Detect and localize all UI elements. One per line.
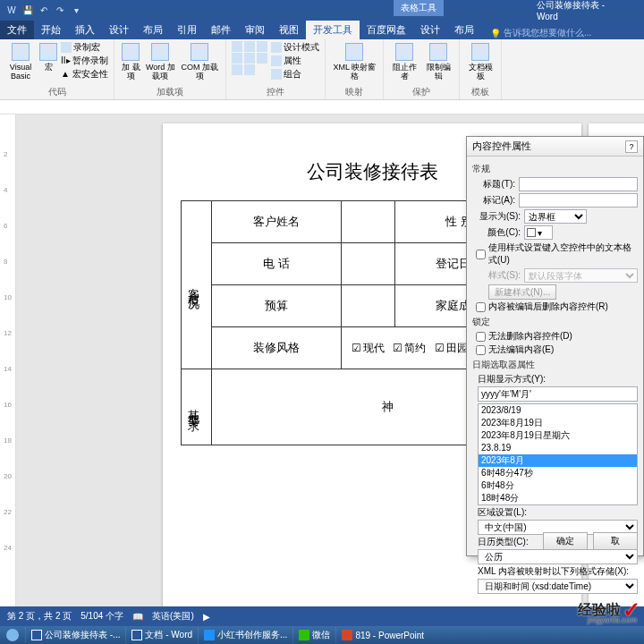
language[interactable]: 英语(美国) [152,610,194,623]
tab-review[interactable]: 审阅 [238,21,272,39]
word-addins-button[interactable]: Word 加载项 [145,41,175,80]
date-opt-6[interactable]: 6时48分 [479,479,637,492]
date-opt-7[interactable]: 18时48分 [479,492,637,504]
taskbar-powerpoint[interactable]: 819 - PowerPoint [335,627,429,643]
doc-template-button[interactable]: 文档模板 [465,41,496,80]
macro-security-button[interactable]: ▲ 宏安全性 [61,68,108,80]
date-opt-4[interactable]: 2023年8月 [479,454,637,467]
checkbox-rural[interactable]: 田园 [435,341,468,356]
ctrl-gallery2[interactable] [232,53,267,64]
tab-layout[interactable]: 布局 [136,21,170,39]
tab-baidu[interactable]: 百度网盘 [360,21,413,39]
wechat-icon [299,630,309,640]
date-format-label: 日期显示方式(Y): [478,373,638,386]
bulb-icon: 💡 [490,29,501,38]
tab-table-layout[interactable]: 布局 [447,21,481,39]
date-opt-0[interactable]: 2023/8/19 [479,404,637,417]
calendar-select[interactable]: 公历 [478,549,638,564]
browser-icon [204,630,215,640]
tab-home[interactable]: 开始 [34,21,68,39]
vertical-ruler[interactable]: 246 81012 141618 202224 [0,114,16,606]
dialog-title-bar[interactable]: 内容控件属性 ? [467,137,643,157]
cancel-button[interactable]: 取 [593,532,638,550]
remove-after-edit-checkbox[interactable] [476,302,486,312]
cell-budget-label: 预算 [212,285,342,327]
ribbon-tabs: 文件 开始 插入 设计 布局 引用 邮件 审阅 视图 开发工具 百度网盘 设计 … [0,20,644,39]
group-button[interactable]: 组合 [271,68,319,80]
date-format-listbox[interactable]: 2023/8/19 2023年8月19日 2023年8月19日星期六 23.8.… [478,403,638,505]
design-mode-button[interactable]: 设计模式 [271,41,319,54]
properties-button[interactable]: 属性 [271,55,319,67]
tab-file[interactable]: 文件 [0,21,34,39]
proofing-icon[interactable]: 📖 [132,612,143,622]
style-select: 默认段落字体 [524,268,638,283]
checkbox-simple[interactable]: 简约 [393,341,426,356]
showas-select[interactable]: 边界框 [524,209,587,224]
macro-icon [39,43,57,61]
visual-basic-button[interactable]: Visual Basic [5,41,36,80]
page-count[interactable]: 第 2 页，共 2 页 [7,610,72,623]
date-format-input[interactable] [478,386,638,402]
pause-recording-button[interactable]: II▸ 暂停录制 [61,55,108,67]
tab-mailings[interactable]: 邮件 [204,21,238,39]
tab-insert[interactable]: 插入 [68,21,102,39]
checkbox-modern[interactable]: 现代 [352,341,385,356]
record-macro-button[interactable]: 录制宏 [61,41,108,54]
tab-table-design[interactable]: 设计 [413,21,447,39]
taskbar-word-2[interactable]: 文档 - Word [125,627,198,643]
title-input[interactable] [519,177,638,191]
color-swatch [527,228,536,237]
use-style-checkbox[interactable] [476,250,486,259]
word-addin-icon [151,43,169,61]
tab-developer[interactable]: 开发工具 [306,21,360,39]
horizontal-ruler[interactable] [0,100,644,114]
locale-label: 区域设置(L): [478,506,638,519]
date-opt-2[interactable]: 2023年8月19日星期六 [479,429,637,442]
macro-status-icon[interactable]: ▶ [203,612,210,622]
date-opt-1[interactable]: 2023年8月19日 [479,417,637,429]
tag-input[interactable] [519,193,638,208]
group-addins: 加 载项 Word 加载项 COM 加载项 加载项 [114,39,226,99]
start-button[interactable] [0,626,25,644]
taskbar-wechat[interactable]: 微信 [292,627,335,643]
com-addins-button[interactable]: COM 加载项 [179,41,220,80]
xml-mapping-button[interactable]: XML 映射窗格 [331,41,377,80]
no-delete-checkbox[interactable] [476,332,486,342]
help-icon[interactable]: ? [625,140,638,153]
ok-button[interactable]: 确定 [543,532,588,550]
powerpoint-icon [342,630,352,640]
design-icon [271,42,282,53]
color-button[interactable]: ▾ [524,225,553,240]
color-label: 颜色(C): [472,226,521,239]
addins-button[interactable]: 加 载项 [120,41,141,80]
title-label: 标题(T): [472,178,515,191]
taskbar-browser[interactable]: 小红书创作服务... [198,627,292,643]
cell-phone-label: 电 话 [212,243,342,285]
ctrl-gallery[interactable] [232,41,267,52]
xml-format-select[interactable]: 日期和时间 (xsd:dateTime) [478,579,638,594]
no-edit-checkbox[interactable] [476,345,486,355]
tab-design[interactable]: 设计 [102,21,136,39]
cell-phone-value[interactable] [341,243,394,285]
ctrl-gallery3[interactable] [232,64,267,75]
no-delete-label: 无法删除内容控件(D) [488,330,572,343]
qat-more-icon[interactable]: ▾ [70,4,82,16]
date-opt-5[interactable]: 6时48分47秒 [479,467,637,479]
tab-view[interactable]: 视图 [272,21,306,39]
word-count[interactable]: 5/104 个字 [80,610,123,623]
cell-name-value[interactable] [341,201,394,243]
taskbar-word-1[interactable]: 公司装修接待表 -... [25,627,125,643]
undo-icon[interactable]: ↶ [38,4,50,16]
tab-references[interactable]: 引用 [170,21,204,39]
template-icon [471,43,489,61]
date-opt-3[interactable]: 23.8.19 [479,442,637,454]
block-authors-button[interactable]: 阻止作者 [389,41,419,80]
cell-budget-value[interactable] [341,285,394,327]
save-icon[interactable]: 💾 [21,4,34,16]
showas-label: 显示为(S): [472,210,521,223]
macros-button[interactable]: 宏 [39,41,57,72]
restrict-editing-button[interactable]: 限制编辑 [423,41,453,80]
redo-icon[interactable]: ↷ [54,4,66,16]
block-icon [395,43,413,61]
tell-me[interactable]: 💡告诉我您想要做什么... [481,27,591,39]
